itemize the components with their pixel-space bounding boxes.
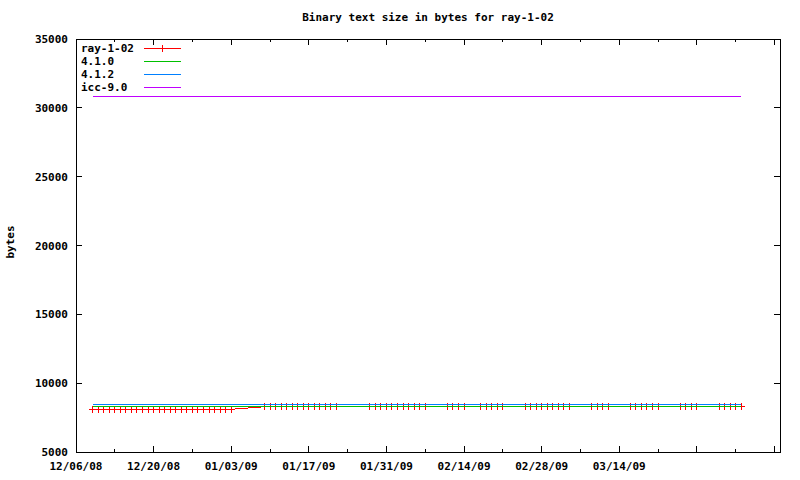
chart-canvas: Binary text size in bytes for ray-1-02 b… [0,0,800,480]
chart-title: Binary text size in bytes for ray-1-02 [302,11,554,24]
x-tick-label: 01/31/09 [360,460,413,473]
legend-label-4.1.0: 4.1.0 [81,55,114,68]
y-tick-label: 5000 [42,446,69,459]
x-tick-label: 12/06/08 [50,460,103,473]
gnuplot-chart-image: Binary text size in bytes for ray-1-02 b… [0,0,800,480]
plot-area: 12/06/0812/20/0801/03/0901/17/0901/31/09… [35,33,780,473]
legend-label-4.1.2: 4.1.2 [81,68,114,81]
x-tick-label: 01/03/09 [205,460,258,473]
y-axis-label: bytes [4,225,17,258]
legend-label-ray-1-02: ray-1-02 [81,42,134,55]
x-tick-label: 03/14/09 [593,460,646,473]
y-tick-label: 15000 [35,308,68,321]
x-tick-label: 02/28/09 [515,460,568,473]
y-tick-label: 10000 [35,377,68,390]
y-tick-label: 20000 [35,240,68,253]
legend-label-icc-9.0: icc-9.0 [81,81,127,94]
y-tick-label: 30000 [35,102,68,115]
x-tick-label: 02/14/09 [438,460,491,473]
y-tick-label: 25000 [35,171,68,184]
plot-border [76,39,780,452]
x-tick-label: 01/17/09 [282,460,335,473]
y-tick-label: 35000 [35,33,68,46]
x-tick-label: 12/20/08 [127,460,180,473]
